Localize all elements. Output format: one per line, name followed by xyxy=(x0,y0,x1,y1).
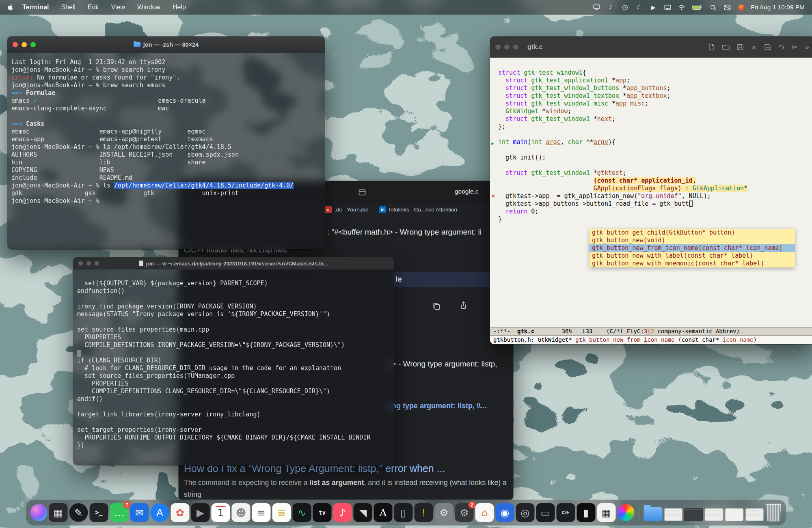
photos-glyph: ✿ xyxy=(176,508,184,518)
drawing-app[interactable]: ✎ xyxy=(69,503,88,522)
profile-icon[interactable] xyxy=(738,2,745,12)
minimized-window-2[interactable] xyxy=(685,508,703,521)
apple-menu[interactable] xyxy=(7,4,13,11)
menu-help[interactable]: Help xyxy=(173,4,186,11)
text-line: PROPERTIES xyxy=(77,334,390,341)
siri[interactable] xyxy=(30,504,48,521)
terminal-titlebar[interactable]: jon — -zsh — 80×24 xyxy=(7,37,325,53)
minimize-button[interactable] xyxy=(86,261,91,266)
emacs-buffer[interactable]: struct gtk_test_window1{ struct gtk_test… xyxy=(490,58,812,327)
emacs-titlebar[interactable]: gtk.c ×✂» xyxy=(490,37,812,58)
completion-item[interactable]: gtk_button_new_from_icon_name(const char… xyxy=(590,244,795,252)
address-url[interactable]: google.c xyxy=(455,188,479,195)
emacs-window[interactable]: gtk.c ×✂» struct gtk_test_window1{ struc… xyxy=(490,37,812,344)
system-settings[interactable]: ⚙ xyxy=(435,503,454,522)
minimized-window-5[interactable] xyxy=(745,508,764,521)
preview-app[interactable]: ◎ xyxy=(516,503,535,522)
reminders[interactable]: ≡ xyxy=(252,503,271,522)
terminal-output[interactable]: Last login: Fri Aug 1 21:39:42 on ttys00… xyxy=(7,53,325,249)
photo-booth[interactable]: ◉ xyxy=(496,503,514,522)
notes[interactable]: ≣ xyxy=(272,503,291,522)
calendar[interactable]: 1 xyxy=(212,503,230,522)
completion-item[interactable]: gtk_button_new_with_label(const char* la… xyxy=(590,252,795,260)
menu-bar: TerminalShellEditViewWindowHelp ♪☾▶ Fri … xyxy=(0,0,812,15)
menu-bar-clock[interactable]: Fri Aug 1 10:09 PM xyxy=(751,4,805,11)
vi-editor-output[interactable]: set(${OUTPUT_VAR} ${package_version} PAR… xyxy=(73,269,394,465)
home-app[interactable]: ⌂ xyxy=(475,503,494,522)
save-as-icon[interactable] xyxy=(764,44,771,50)
apple-tv[interactable]: tv xyxy=(313,503,332,522)
utility-app[interactable]: ⚙2 xyxy=(455,503,474,522)
cut-icon[interactable]: ✂ xyxy=(792,43,797,51)
bookmark-youtube[interactable]: ▶ .de - YouTube xyxy=(325,206,369,213)
control-center-icon[interactable] xyxy=(723,2,731,12)
save-icon[interactable] xyxy=(737,44,743,50)
undo-icon[interactable] xyxy=(778,45,784,50)
completion-item[interactable]: gtk_button_new_with_mnemonic(const char*… xyxy=(590,260,795,267)
battery-icon[interactable] xyxy=(692,2,702,12)
play-icon[interactable]: ▶ xyxy=(650,2,657,12)
menu-edit[interactable]: Edit xyxy=(88,4,99,11)
color-app[interactable] xyxy=(618,504,635,521)
display-app[interactable]: ▭ xyxy=(536,503,555,522)
bookmark-infolinks[interactable]: in Infolinks - Cu...nce Attention xyxy=(379,206,457,213)
minimize-button[interactable] xyxy=(22,42,27,47)
menu-terminal[interactable]: Terminal xyxy=(22,4,49,11)
mouse-app[interactable]: ▮ xyxy=(577,503,596,522)
tab-overview-icon[interactable] xyxy=(358,189,366,197)
close-button[interactable] xyxy=(495,45,501,50)
contacts[interactable]: ☻ xyxy=(232,503,251,522)
minimized-window-1[interactable] xyxy=(664,508,683,521)
terminal-window[interactable]: jon — -zsh — 80×24 Last login: Fri Aug 1… xyxy=(7,37,325,249)
trash[interactable] xyxy=(766,504,782,522)
minimized-window-3[interactable] xyxy=(705,508,723,521)
new-file-icon[interactable] xyxy=(708,44,715,51)
wifi-icon[interactable] xyxy=(678,2,685,12)
vi-titlebar[interactable]: jon — vi ~/.emacs.d/elpa/irony-20231018.… xyxy=(73,257,394,269)
fonts-app[interactable]: A xyxy=(374,503,393,522)
display-icon[interactable] xyxy=(593,2,600,12)
text-line: struct gtk_test_window1_textbox *app_tex… xyxy=(498,92,812,100)
news-app[interactable]: ◥ xyxy=(354,503,372,522)
text-line xyxy=(77,403,390,411)
completion-item[interactable]: gtk_button_get_child(GtkButton* button) xyxy=(590,229,795,237)
focus-moon-icon[interactable]: ☾ xyxy=(635,2,643,12)
completion-item[interactable]: gtk_button_new(void) xyxy=(590,237,795,244)
music[interactable]: ♪ xyxy=(333,503,352,522)
pen-app[interactable]: ✑ xyxy=(557,503,575,522)
minimize-button[interactable] xyxy=(504,45,510,50)
menu-view[interactable]: View xyxy=(111,4,125,11)
zoom-button[interactable] xyxy=(95,261,99,266)
photos[interactable]: ✿ xyxy=(171,503,190,522)
menu-shell[interactable]: Shell xyxy=(61,4,76,11)
downloads-folder[interactable] xyxy=(644,507,663,521)
zoom-button[interactable] xyxy=(30,42,36,47)
launchpad[interactable]: ▦ xyxy=(49,503,68,522)
video-app[interactable]: ▶ xyxy=(191,503,210,522)
app-store[interactable]: A xyxy=(151,503,169,522)
audio-app[interactable]: ∿ xyxy=(293,503,311,522)
mail[interactable]: ✉ xyxy=(130,503,149,522)
screen-mirror-icon[interactable] xyxy=(664,2,671,12)
terminal[interactable]: >_ xyxy=(90,503,108,522)
close-button[interactable] xyxy=(13,42,18,47)
copy-icon[interactable] xyxy=(432,302,441,312)
spotlight-icon[interactable] xyxy=(709,2,717,12)
messages[interactable]: …7 xyxy=(110,503,129,522)
phone-mirroring[interactable]: ▯ xyxy=(394,503,413,522)
now-playing-icon[interactable]: ♪ xyxy=(607,2,614,12)
open-file-icon[interactable] xyxy=(722,44,730,50)
menu-window[interactable]: Window xyxy=(137,4,160,11)
alert-app[interactable]: ! xyxy=(415,503,433,522)
more-tools-icon[interactable]: » xyxy=(805,43,809,51)
minimized-window-4[interactable] xyxy=(725,508,744,521)
share-icon[interactable] xyxy=(460,301,467,311)
close-button[interactable] xyxy=(78,261,83,266)
time-machine-icon[interactable] xyxy=(621,2,628,12)
keypad-app[interactable]: ▦ xyxy=(597,503,616,522)
page-heading-fragment: : "#<buffer math.h> - Wrong type argumen… xyxy=(327,228,482,237)
zoom-button[interactable] xyxy=(513,45,518,50)
close-icon[interactable]: × xyxy=(751,43,756,51)
vi-terminal-window[interactable]: jon — vi ~/.emacs.d/elpa/irony-20231018.… xyxy=(73,257,394,465)
result-link-fragment[interactable]: ong type argument: listp, \\... xyxy=(387,402,487,410)
